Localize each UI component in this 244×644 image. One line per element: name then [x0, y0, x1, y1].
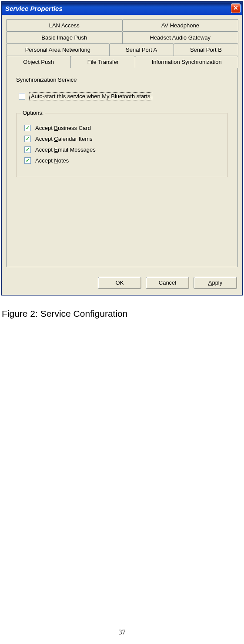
checkbox-email-messages[interactable]: ✓ — [24, 146, 31, 153]
apply-button[interactable]: Apply — [194, 277, 237, 289]
figure-caption: Figure 2: Service Configuration — [2, 309, 244, 319]
window-title: Service Properties — [5, 5, 63, 12]
tab-information-synchronization[interactable]: Information Synchronization — [135, 56, 238, 68]
close-button[interactable]: ✕ — [231, 3, 241, 13]
autostart-label[interactable]: Auto-start this service when My Bluetoot… — [30, 93, 152, 100]
option-calendar-items: ✓ Accept Calendar Items — [24, 136, 220, 142]
tab-personal-area-networking[interactable]: Personal Area Networking — [6, 43, 110, 56]
titlebar[interactable]: Service Properties ✕ — [2, 2, 242, 15]
label-calendar-items: Accept Calendar Items — [35, 136, 93, 142]
checkbox-business-card[interactable]: ✓ — [24, 125, 31, 131]
label-business-card: Accept Business Card — [35, 125, 91, 131]
tab-av-headphone[interactable]: AV Headphone — [122, 19, 239, 31]
page-number: 37 — [0, 628, 244, 636]
ok-button[interactable]: OK — [98, 277, 141, 289]
label-notes: Accept Notes — [35, 157, 69, 164]
tab-basic-image-push[interactable]: Basic Image Push — [6, 31, 123, 43]
autostart-row: ✓ Auto-start this service when My Blueto… — [19, 93, 228, 100]
option-business-card: ✓ Accept Business Card — [24, 125, 220, 131]
button-bar: OK Cancel Apply — [2, 272, 242, 295]
tab-object-push[interactable]: Object Push — [6, 56, 71, 68]
tab-serial-port-a[interactable]: Serial Port A — [109, 43, 174, 56]
cancel-button[interactable]: Cancel — [146, 277, 189, 289]
checkbox-calendar-items[interactable]: ✓ — [24, 136, 31, 142]
tab-panel: Synchronization Service ✓ Auto-start thi… — [6, 67, 238, 267]
autostart-checkbox[interactable]: ✓ — [19, 93, 25, 100]
options-fieldset: Options: ✓ Accept Business Card ✓ Accept… — [16, 113, 228, 177]
tab-serial-port-b[interactable]: Serial Port B — [174, 43, 238, 56]
tab-headset-audio-gateway[interactable]: Headset Audio Gateway — [122, 31, 239, 43]
options-legend: Options: — [21, 110, 45, 116]
label-email-messages: Accept Email Messages — [35, 146, 96, 153]
service-properties-dialog: Service Properties ✕ LAN Access AV Headp… — [1, 1, 243, 295]
dialog-body: LAN Access AV Headphone Basic Image Push… — [2, 15, 242, 272]
tab-lan-access[interactable]: LAN Access — [6, 19, 123, 31]
section-title: Synchronization Service — [16, 76, 228, 83]
tab-area: LAN Access AV Headphone Basic Image Push… — [6, 19, 238, 267]
option-email-messages: ✓ Accept Email Messages — [24, 146, 220, 153]
checkbox-notes[interactable]: ✓ — [24, 157, 31, 164]
tab-file-transfer[interactable]: File Transfer — [70, 56, 135, 68]
option-notes: ✓ Accept Notes — [24, 157, 220, 164]
